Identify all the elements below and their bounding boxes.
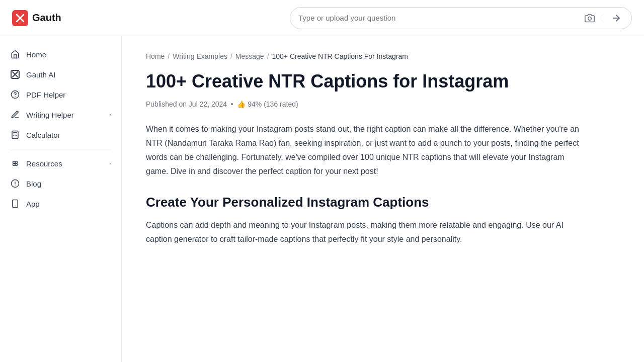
sidebar-item-gauth-ai[interactable]: Gauth AI — [0, 64, 121, 84]
section-1-body: Captions can add depth and meaning to yo… — [146, 218, 584, 246]
sidebar-item-blog-label: Blog — [26, 179, 41, 188]
sidebar-item-app[interactable]: App — [0, 194, 121, 214]
search-icons — [583, 11, 623, 25]
main-content: Home / Writing Examples / Message / 100+… — [122, 36, 644, 362]
svg-point-2 — [588, 17, 592, 20]
sidebar-item-gauth-ai-label: Gauth AI — [26, 70, 55, 79]
article-rating: 👍 94% (136 rated) — [237, 100, 298, 108]
breadcrumb-writing-examples[interactable]: Writing Examples — [173, 52, 227, 60]
section-1-title: Create Your Personalized Instagram Capti… — [146, 195, 558, 210]
gauth-ai-icon — [10, 69, 20, 79]
meta-dot — [231, 103, 233, 105]
blog-icon — [10, 178, 20, 189]
search-bar — [290, 7, 632, 29]
sidebar-item-pdf-helper[interactable]: PDF Helper — [0, 84, 121, 105]
rating-percent: 94% — [248, 100, 262, 108]
home-icon — [10, 49, 20, 59]
calculator-icon — [10, 130, 20, 140]
sidebar-item-calculator-label: Calculator — [26, 131, 60, 139]
camera-icon[interactable] — [583, 11, 597, 25]
sidebar-item-blog[interactable]: Blog — [0, 173, 121, 194]
sidebar-item-home[interactable]: Home — [0, 44, 121, 64]
logo[interactable]: Gauth — [12, 10, 61, 26]
thumbs-up-icon: 👍 — [237, 100, 246, 108]
svg-point-23 — [15, 163, 18, 166]
search-input[interactable] — [298, 14, 583, 22]
header: Gauth — [0, 0, 644, 36]
sidebar-item-resources-label: Resources — [26, 159, 62, 168]
layout: Home Gauth AI — [0, 36, 644, 362]
submit-arrow-icon[interactable] — [609, 11, 623, 25]
breadcrumb: Home / Writing Examples / Message / 100+… — [146, 52, 620, 60]
breadcrumb-home[interactable]: Home — [146, 52, 165, 60]
sidebar: Home Gauth AI — [0, 36, 122, 362]
resources-icon — [10, 158, 20, 168]
sidebar-divider — [10, 149, 111, 149]
article-intro: When it comes to making your Instagram p… — [146, 122, 584, 178]
resources-chevron-icon: › — [109, 160, 111, 167]
sidebar-item-pdf-helper-label: PDF Helper — [26, 90, 65, 99]
rating-count: (136 rated) — [264, 100, 298, 108]
publish-date: Published on Jul 22, 2024 — [146, 100, 227, 108]
sidebar-item-resources[interactable]: Resources › — [0, 153, 121, 173]
breadcrumb-message[interactable]: Message — [235, 52, 264, 60]
logo-text: Gauth — [32, 12, 61, 24]
app-icon — [10, 199, 20, 209]
sidebar-item-app-label: App — [26, 200, 40, 208]
sidebar-item-home-label: Home — [26, 50, 46, 59]
sidebar-item-writing-helper-label: Writing Helper — [26, 111, 74, 119]
search-divider — [603, 13, 603, 23]
writing-helper-chevron-icon: › — [109, 111, 111, 118]
sidebar-item-calculator[interactable]: Calculator — [0, 125, 121, 145]
breadcrumb-sep-3: / — [267, 52, 269, 60]
breadcrumb-sep-1: / — [168, 52, 170, 60]
sidebar-item-writing-helper[interactable]: Writing Helper › — [0, 105, 121, 125]
pdf-helper-icon — [10, 89, 20, 100]
writing-helper-icon — [10, 110, 20, 120]
logo-icon — [12, 10, 28, 26]
article-title: 100+ Creative NTR Captions for Instagram — [146, 70, 558, 92]
article-meta: Published on Jul 22, 2024 👍 94% (136 rat… — [146, 100, 620, 108]
breadcrumb-sep-2: / — [230, 52, 232, 60]
breadcrumb-current: 100+ Creative NTR Captions For Instagram — [272, 52, 408, 60]
